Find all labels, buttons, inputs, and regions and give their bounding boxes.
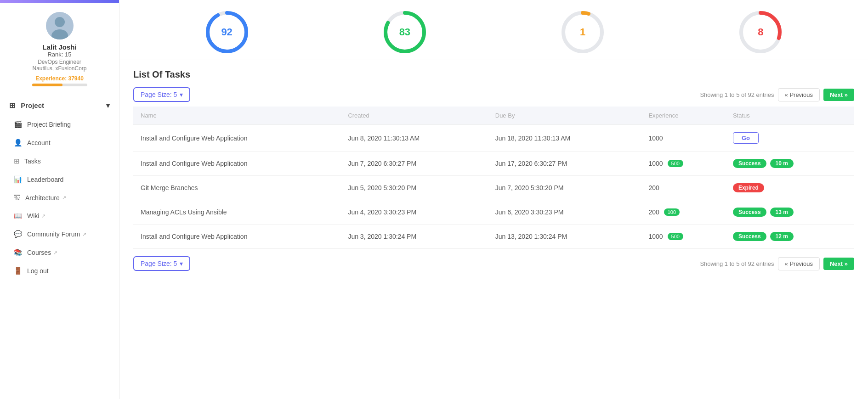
next-button-bottom[interactable]: Next »	[823, 258, 854, 270]
score-value-1: 1	[580, 26, 585, 38]
sidebar-item-label: Community Forum	[27, 230, 80, 238]
experience-bar-bg	[32, 84, 87, 86]
cell-name: Install and Configure Web Application	[133, 125, 340, 152]
external-link-icon: ↗	[41, 213, 45, 219]
experience-value: 200	[648, 184, 659, 191]
table-controls-bottom: Page Size: 5 ▾ Showing 1 to 5 of 92 entr…	[133, 256, 854, 271]
tasks-icon: ⊞	[14, 157, 20, 165]
cell-experience: 1000500	[641, 225, 726, 249]
experience-value: 200	[648, 208, 659, 216]
courses-icon: 📚	[14, 248, 23, 257]
page-size-button-top[interactable]: Page Size: 5 ▾	[133, 87, 190, 102]
cell-status: Success12 m	[726, 225, 854, 249]
pagination-info-top: Showing 1 to 5 of 92 entries « Previous …	[700, 88, 854, 101]
sidebar-item-label: Project Briefing	[27, 121, 71, 128]
circle-chart-1: 1	[560, 9, 606, 55]
experience-value: 1000	[648, 135, 663, 142]
grid-icon: ⊞	[9, 101, 15, 109]
table-row: Install and Configure Web ApplicationJun…	[133, 152, 854, 176]
cell-created: Jun 8, 2020 11:30:13 AM	[340, 125, 488, 152]
cell-status: Success10 m	[726, 152, 854, 176]
cell-due-by: Jun 18, 2020 11:30:13 AM	[488, 125, 641, 152]
sidebar-item-account[interactable]: 👤 Account	[0, 134, 119, 152]
cell-created: Jun 4, 2020 3:30:23 PM	[340, 200, 488, 225]
sidebar-item-label: Courses	[27, 249, 51, 256]
circle-chart-92: 92	[204, 9, 250, 55]
score-value-8: 8	[758, 26, 763, 38]
cell-experience: 200100	[641, 200, 726, 225]
experience-bar-fill	[32, 84, 62, 86]
score-cards: 92 83 1	[119, 0, 868, 60]
exp-badge: 500	[668, 233, 683, 240]
page-size-button-bottom[interactable]: Page Size: 5 ▾	[133, 256, 190, 271]
nav-section-project[interactable]: ⊞ Project ▾	[0, 96, 119, 115]
status-badge: Expired	[733, 183, 764, 192]
main-content: 92 83 1	[119, 0, 868, 399]
sidebar-item-courses[interactable]: 📚 Courses ↗	[0, 243, 119, 262]
architecture-icon: 🏗	[14, 194, 21, 202]
forum-icon: 💬	[14, 230, 23, 238]
time-badge: 12 m	[770, 232, 794, 241]
score-value-92: 92	[221, 26, 232, 38]
page-size-label-top: Page Size: 5	[141, 91, 177, 98]
go-button[interactable]: Go	[733, 132, 759, 144]
status-badge: Success	[733, 232, 766, 241]
profile-role: DevOps Engineer	[38, 59, 81, 65]
briefing-icon: 🎬	[14, 120, 23, 129]
cell-name: Git Merge Branches	[133, 176, 340, 200]
page-size-arrow-bottom: ▾	[180, 260, 183, 267]
prev-button-top[interactable]: « Previous	[778, 88, 820, 101]
nav-project-label: Project	[21, 101, 44, 109]
wiki-icon: 📖	[14, 212, 23, 220]
sidebar-item-community-forum[interactable]: 💬 Community Forum ↗	[0, 225, 119, 243]
table-row: Install and Configure Web ApplicationJun…	[133, 125, 854, 152]
cell-due-by: Jun 13, 2020 1:30:24 PM	[488, 225, 641, 249]
sidebar-item-leaderboard[interactable]: 📊 Leaderboard	[0, 170, 119, 189]
status-badge: Success	[733, 208, 766, 217]
sidebar-item-architecture[interactable]: 🏗 Architecture ↗	[0, 189, 119, 207]
cell-experience: 1000	[641, 125, 726, 152]
profile-rank: Rank: 15	[47, 51, 71, 58]
cell-name: Install and Configure Web Application	[133, 225, 340, 249]
cell-created: Jun 7, 2020 6:30:27 PM	[340, 152, 488, 176]
col-experience: Experience	[641, 107, 726, 125]
sidebar-item-wiki[interactable]: 📖 Wiki ↗	[0, 207, 119, 225]
external-link-icon: ↗	[53, 250, 57, 256]
chevron-down-icon: ▾	[106, 101, 110, 110]
sidebar-item-logout[interactable]: 🚪 Log out	[0, 262, 119, 280]
score-card-8: 8	[738, 9, 783, 55]
col-status: Status	[726, 107, 854, 125]
svg-point-1	[55, 17, 65, 27]
next-button-top[interactable]: Next »	[823, 89, 854, 101]
circle-chart-83: 83	[382, 9, 428, 55]
leaderboard-icon: 📊	[14, 175, 23, 184]
pagination-text-bottom: Showing 1 to 5 of 92 entries	[700, 260, 774, 267]
tasks-table: Name Created Due By Experience Status In…	[133, 107, 854, 249]
experience-value: 1000	[648, 233, 663, 240]
sidebar-nav: ⊞ Project ▾ 🎬 Project Briefing 👤 Account…	[0, 91, 119, 399]
page-size-arrow-top: ▾	[180, 91, 183, 98]
table-controls-top: Page Size: 5 ▾ Showing 1 to 5 of 92 entr…	[133, 87, 854, 102]
cell-due-by: Jun 7, 2020 5:30:20 PM	[488, 176, 641, 200]
sidebar-item-label: Architecture	[25, 194, 60, 202]
experience-value: 1000	[648, 160, 663, 167]
tasks-section: List Of Tasks Page Size: 5 ▾ Showing 1 t…	[119, 60, 868, 399]
status-badge: Success	[733, 159, 766, 168]
col-name: Name	[133, 107, 340, 125]
prev-button-bottom[interactable]: « Previous	[778, 257, 820, 270]
external-link-icon: ↗	[62, 195, 66, 201]
cell-name: Managing ACLs Using Ansible	[133, 200, 340, 225]
time-badge: 13 m	[770, 208, 794, 217]
circle-chart-8: 8	[738, 9, 783, 55]
cell-due-by: Jun 6, 2020 3:30:23 PM	[488, 200, 641, 225]
sidebar-item-project-briefing[interactable]: 🎬 Project Briefing	[0, 115, 119, 134]
sidebar-item-tasks[interactable]: ⊞ Tasks	[0, 152, 119, 170]
account-icon: 👤	[14, 139, 23, 147]
exp-badge: 100	[664, 208, 680, 216]
cell-created: Jun 5, 2020 5:30:20 PM	[340, 176, 488, 200]
pagination-info-bottom: Showing 1 to 5 of 92 entries « Previous …	[700, 257, 854, 270]
sidebar-item-label: Wiki	[27, 212, 39, 219]
score-card-83: 83	[382, 9, 428, 55]
table-row: Managing ACLs Using AnsibleJun 4, 2020 3…	[133, 200, 854, 225]
sidebar-profile: Lalit Joshi Rank: 15 DevOps Engineer Nau…	[0, 3, 119, 91]
